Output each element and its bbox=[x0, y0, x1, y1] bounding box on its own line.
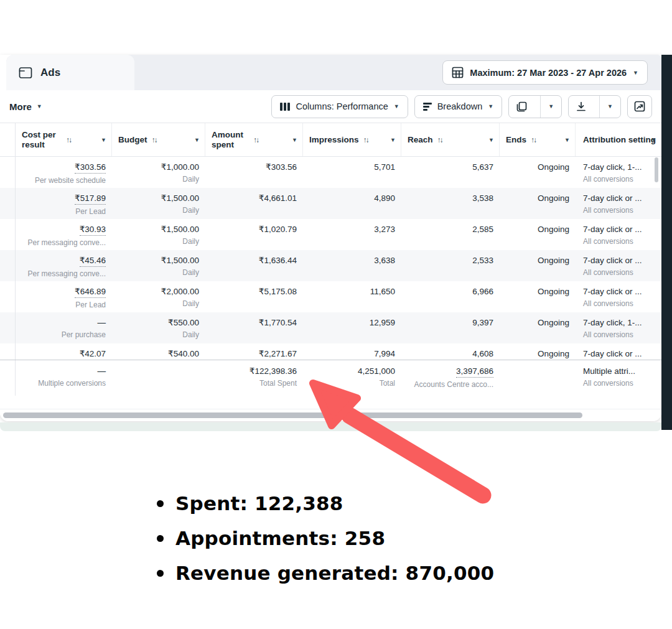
reports-button[interactable] bbox=[509, 96, 534, 118]
cell-budget: ₹1,000.00Daily bbox=[112, 157, 205, 188]
export-dropdown[interactable]: ▼ bbox=[599, 96, 620, 118]
chevron-down-icon[interactable]: ▼ bbox=[292, 137, 297, 143]
reports-split-button: ▼ bbox=[508, 95, 562, 118]
sort-icon[interactable]: ↑↓ bbox=[253, 136, 258, 144]
sort-icon[interactable]: ↑↓ bbox=[531, 136, 536, 144]
date-range-label: Maximum: 27 Mar 2023 - 27 Apr 2026 bbox=[470, 68, 627, 78]
sort-icon[interactable]: ↑↓ bbox=[66, 136, 71, 144]
sort-icon[interactable]: ↑↓ bbox=[152, 136, 157, 144]
cell-ends: Ongoing bbox=[500, 343, 576, 360]
cell-ends: Ongoing bbox=[500, 312, 576, 343]
export-split-button: ▼ bbox=[568, 95, 621, 118]
cell-ends: Ongoing bbox=[500, 281, 576, 312]
charts-button[interactable] bbox=[627, 95, 652, 118]
chevron-down-icon: ▼ bbox=[37, 103, 42, 109]
cell-attribution: 7-day click, 1-...All conversions bbox=[576, 157, 661, 188]
header-attribution-setting[interactable]: Attribution setting ▼ bbox=[576, 123, 661, 156]
cell-budget: ₹1,500.00Daily bbox=[112, 188, 205, 219]
breakdown-button[interactable]: Breakdown ▼ bbox=[414, 95, 502, 118]
bullet-dot bbox=[157, 570, 164, 577]
tab-ads-label: Ads bbox=[40, 67, 60, 79]
cell-cost: ₹30.93Per messaging conve... bbox=[16, 219, 112, 250]
table-body: ₹303.56Per website schedule ₹1,000.00Dai… bbox=[0, 157, 661, 396]
date-range-button[interactable]: Maximum: 27 Mar 2023 - 27 Apr 2026 ▼ bbox=[442, 60, 648, 85]
horizontal-scrollbar[interactable] bbox=[0, 409, 661, 421]
cell-ends: Ongoing bbox=[500, 250, 576, 281]
vertical-scrollbar-thumb[interactable] bbox=[655, 157, 658, 182]
totals-row: —Multiple conversions ₹122,398.36Total S… bbox=[0, 360, 661, 396]
bullet-revenue: Revenue generated: 870,000 bbox=[157, 556, 494, 590]
table-row[interactable]: ₹517.89Per Lead ₹1,500.00Daily ₹4,661.01… bbox=[0, 188, 661, 219]
header-ends[interactable]: Ends ↑↓ ▼ bbox=[500, 123, 576, 156]
table-row[interactable]: ₹45.46Per messaging conve... ₹1,500.00Da… bbox=[0, 250, 661, 281]
header-cost-per-result[interactable]: Cost per result ↑↓ ▼ bbox=[16, 123, 112, 156]
cell-spent: ₹1,770.54 bbox=[205, 312, 303, 343]
cell-reach: 5,637 bbox=[401, 157, 500, 188]
reports-icon bbox=[516, 101, 527, 112]
totals-spent: ₹122,398.36Total Spent bbox=[205, 360, 303, 396]
cell-spent: ₹5,175.08 bbox=[205, 281, 303, 312]
cell-impressions: 4,890 bbox=[303, 188, 401, 219]
cell-reach: 2,533 bbox=[401, 250, 500, 281]
tab-ads[interactable]: Ads bbox=[6, 55, 134, 90]
table-row[interactable]: —Per purchase ₹550.00Daily ₹1,770.54 12,… bbox=[0, 312, 661, 343]
cell-attribution: 7-day click or ...All conversions bbox=[576, 219, 661, 250]
chevron-down-icon[interactable]: ▼ bbox=[390, 137, 396, 143]
cell-cost: ₹517.89Per Lead bbox=[16, 188, 112, 219]
cell-impressions: 3,273 bbox=[303, 219, 401, 250]
ads-manager-panel: Ads Maximum: 27 Mar 2023 - 27 Apr 2026 ▼… bbox=[0, 55, 661, 421]
bullet-spent: Spent: 122,388 bbox=[157, 486, 494, 521]
chevron-down-icon[interactable]: ▼ bbox=[101, 137, 106, 143]
tab-strip: Ads Maximum: 27 Mar 2023 - 27 Apr 2026 ▼ bbox=[6, 55, 661, 90]
cell-budget: ₹550.00Daily bbox=[112, 312, 205, 343]
header-amount-spent[interactable]: Amount spent ↑↓ ▼ bbox=[205, 123, 303, 156]
calendar-icon bbox=[452, 67, 464, 78]
totals-cost: —Multiple conversions bbox=[16, 360, 112, 396]
table-header-row: Cost per result ↑↓ ▼ Budget ↑↓ ▼ Amount … bbox=[0, 123, 661, 157]
cell-impressions: 11,650 bbox=[303, 281, 401, 312]
chevron-down-icon[interactable]: ▼ bbox=[651, 137, 656, 143]
header-reach[interactable]: Reach ↑↓ ▼ bbox=[401, 123, 500, 156]
breakdown-icon bbox=[423, 103, 432, 111]
columns-icon bbox=[280, 103, 290, 111]
header-impressions[interactable]: Impressions ↑↓ ▼ bbox=[303, 123, 401, 156]
sort-icon[interactable]: ↑↓ bbox=[437, 136, 442, 144]
chevron-down-icon: ▼ bbox=[488, 103, 493, 109]
ads-icon bbox=[19, 67, 32, 79]
table-row[interactable]: ₹42.07 ₹540.00 ₹2,271.67 7,994 4,608 Ong… bbox=[0, 343, 661, 360]
cell-reach: 3,538 bbox=[401, 188, 500, 219]
chevron-down-icon[interactable]: ▼ bbox=[488, 137, 494, 143]
chevron-down-icon: ▼ bbox=[607, 103, 613, 109]
cell-attribution: 7-day click, 1-...All conversions bbox=[576, 312, 661, 343]
right-edge-bar bbox=[661, 55, 672, 430]
table-row[interactable]: ₹303.56Per website schedule ₹1,000.00Dai… bbox=[0, 157, 661, 188]
header-budget[interactable]: Budget ↑↓ ▼ bbox=[112, 123, 205, 156]
more-label: More bbox=[9, 101, 32, 112]
cell-reach: 4,608 bbox=[401, 343, 500, 360]
cell-budget: ₹1,500.00Daily bbox=[112, 219, 205, 250]
export-button[interactable] bbox=[569, 96, 594, 118]
horizontal-scrollbar-thumb[interactable] bbox=[3, 412, 582, 418]
cell-cost: ₹42.07 bbox=[16, 343, 112, 360]
cell-impressions: 12,959 bbox=[303, 312, 401, 343]
sort-icon[interactable]: ↑↓ bbox=[363, 136, 368, 144]
table-row[interactable]: ₹646.89Per Lead ₹2,000.00Daily ₹5,175.08… bbox=[0, 281, 661, 312]
table-row[interactable]: ₹30.93Per messaging conve... ₹1,500.00Da… bbox=[0, 219, 661, 250]
cell-cost: —Per purchase bbox=[16, 312, 112, 343]
bottom-accent-band bbox=[0, 422, 661, 431]
chevron-down-icon[interactable]: ▼ bbox=[564, 137, 570, 143]
totals-ends bbox=[500, 360, 576, 396]
more-button[interactable]: More ▼ bbox=[9, 101, 42, 112]
chevron-down-icon: ▼ bbox=[548, 103, 554, 109]
columns-button[interactable]: Columns: Performance ▼ bbox=[271, 95, 408, 118]
reports-dropdown[interactable]: ▼ bbox=[540, 96, 561, 118]
breakdown-label: Breakdown bbox=[437, 101, 483, 111]
stats-bullet-list: Spent: 122,388 Appointments: 258 Revenue… bbox=[157, 486, 494, 590]
cell-impressions: 3,638 bbox=[303, 250, 401, 281]
columns-label: Columns: Performance bbox=[296, 101, 388, 111]
chevron-down-icon[interactable]: ▼ bbox=[194, 137, 200, 143]
cell-attribution: 7-day click or ...All conversions bbox=[576, 250, 661, 281]
cell-cost: ₹646.89Per Lead bbox=[16, 281, 112, 312]
cell-budget: ₹540.00 bbox=[112, 343, 205, 360]
download-icon bbox=[576, 101, 586, 112]
